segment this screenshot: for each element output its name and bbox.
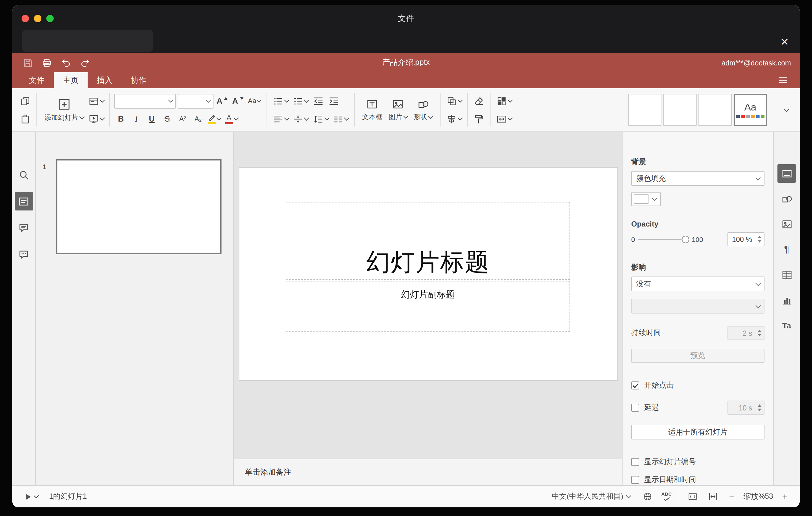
font-color-button[interactable]: A [224, 111, 239, 126]
minimize-window-button[interactable] [34, 15, 41, 22]
insert-textbox-button[interactable]: 文本框 [359, 92, 386, 128]
search-icon [18, 169, 30, 180]
insert-image-button[interactable]: 图片 [386, 92, 411, 128]
apply-to-all-slides-button[interactable]: 适用于所有幻灯片 [631, 425, 764, 439]
font-size-select[interactable] [178, 93, 213, 108]
columns-button[interactable] [332, 111, 350, 126]
tab-home[interactable]: 主页 [54, 72, 88, 88]
superscript-button[interactable]: A² [176, 111, 190, 126]
change-case-button[interactable]: Aa [247, 93, 262, 108]
notes-area[interactable]: 单击添加备注 [234, 459, 622, 485]
vertical-align-button[interactable] [292, 111, 310, 126]
redo-button[interactable] [78, 56, 92, 69]
undo-icon [60, 57, 71, 68]
increase-font-size-button[interactable]: A [215, 93, 229, 108]
slide-page[interactable]: 幻灯片标题 幻灯片副标题 [239, 168, 617, 380]
fit-to-width-button[interactable] [706, 490, 720, 503]
italic-button[interactable]: I [129, 111, 143, 126]
paste-button[interactable] [19, 111, 32, 126]
save-button[interactable] [21, 56, 34, 69]
show-slide-number-checkbox[interactable] [631, 458, 639, 466]
undo-button[interactable] [59, 56, 73, 69]
duration-spinner[interactable]: 2 s [727, 326, 764, 340]
effect-type-select[interactable] [631, 299, 764, 314]
spinner-arrows[interactable] [755, 233, 764, 246]
color-scheme-button[interactable] [495, 93, 513, 108]
change-layout-button[interactable] [87, 93, 105, 108]
textart-settings-button[interactable]: Ta [778, 316, 796, 335]
tab-file[interactable]: 文件 [20, 72, 54, 88]
slide-size-button[interactable] [495, 111, 513, 126]
show-date-time-checkbox[interactable] [631, 476, 639, 484]
start-slideshow-status-button[interactable] [22, 489, 39, 504]
background-fill-select[interactable]: 颜色填充 [631, 171, 764, 186]
numbering-button[interactable] [292, 93, 310, 108]
slide-canvas[interactable]: 幻灯片标题 幻灯片副标题 [234, 132, 622, 459]
chat-button[interactable] [14, 245, 33, 263]
image-settings-button[interactable] [778, 215, 796, 233]
highlight-color-button[interactable] [207, 111, 222, 126]
opacity-spinner[interactable]: 100 % [727, 232, 764, 246]
zoom-window-button[interactable] [46, 15, 54, 22]
clear-style-button[interactable] [472, 93, 486, 108]
font-name-select[interactable] [114, 93, 176, 108]
opacity-slider[interactable] [638, 235, 689, 243]
theme-tile-3[interactable] [698, 94, 732, 126]
background-color-select[interactable] [631, 192, 661, 206]
table-settings-button[interactable] [778, 265, 796, 284]
spellcheck-button[interactable]: ABC [662, 492, 672, 501]
delay-checkbox[interactable] [631, 404, 639, 412]
theme-tile-1[interactable] [628, 94, 662, 126]
preview-button[interactable]: 预览 [631, 349, 764, 363]
start-on-click-checkbox[interactable] [631, 381, 639, 390]
close-window-button[interactable] [22, 15, 29, 22]
print-button[interactable] [40, 56, 54, 69]
slide-subtitle-placeholder[interactable]: 幻灯片副标题 [286, 281, 570, 332]
strikethrough-button[interactable]: S [161, 111, 174, 126]
paragraph-settings-button[interactable]: ¶ [778, 240, 796, 259]
arrange-shapes-button[interactable] [445, 93, 463, 108]
underline-button[interactable]: U [145, 111, 158, 126]
slide-settings-button[interactable] [778, 164, 796, 183]
start-slideshow-button[interactable] [87, 111, 105, 126]
theme-tile-selected[interactable]: Aa [734, 94, 767, 126]
font-group: A A Aa B I U S [114, 93, 262, 126]
zoom-in-button[interactable]: + [780, 491, 790, 502]
slide-thumbnail[interactable] [56, 159, 222, 254]
decrease-indent-button[interactable] [312, 93, 325, 108]
horizontal-align-button[interactable] [271, 111, 290, 126]
theme-gallery-expand-button[interactable] [781, 97, 792, 122]
zoom-out-button[interactable]: − [727, 491, 737, 502]
effect-select[interactable]: 没有 [631, 277, 764, 291]
slides-panel-button[interactable] [14, 192, 33, 210]
tab-collaboration[interactable]: 协作 [121, 72, 155, 88]
spinner-arrows[interactable] [755, 401, 764, 414]
tab-insert[interactable]: 插入 [88, 72, 121, 88]
shape-settings-button[interactable] [778, 190, 796, 208]
menu-button[interactable] [774, 72, 792, 88]
copy-button[interactable] [19, 93, 32, 108]
increase-indent-button[interactable] [327, 93, 341, 108]
decrease-font-size-button[interactable]: A [231, 93, 245, 108]
add-slide-button[interactable]: 添加幻灯片 [41, 92, 87, 128]
comments-button[interactable] [14, 219, 33, 237]
set-language-button[interactable] [641, 490, 655, 503]
subscript-button[interactable]: A₂ [191, 111, 205, 126]
line-spacing-button[interactable] [312, 111, 330, 126]
bold-button[interactable]: B [114, 111, 128, 126]
spinner-arrows[interactable] [755, 326, 764, 340]
bullets-button[interactable] [271, 93, 290, 108]
insert-shape-button[interactable]: 形状 [411, 92, 436, 128]
copy-style-button[interactable] [472, 111, 486, 126]
slider-handle[interactable] [682, 235, 689, 243]
close-icon[interactable]: × [781, 33, 788, 51]
slide-subtitle-text: 幻灯片副标题 [401, 289, 455, 300]
chart-settings-button[interactable] [778, 291, 796, 309]
language-selector[interactable]: 中文(中华人民共和国) [548, 491, 634, 503]
delay-spinner[interactable]: 10 s [727, 401, 764, 415]
theme-tile-2[interactable] [663, 94, 697, 126]
search-button[interactable] [14, 165, 33, 184]
fit-to-slide-button[interactable] [686, 490, 700, 503]
align-shapes-button[interactable] [445, 111, 463, 126]
slide-title-placeholder[interactable]: 幻灯片标题 [286, 202, 570, 279]
